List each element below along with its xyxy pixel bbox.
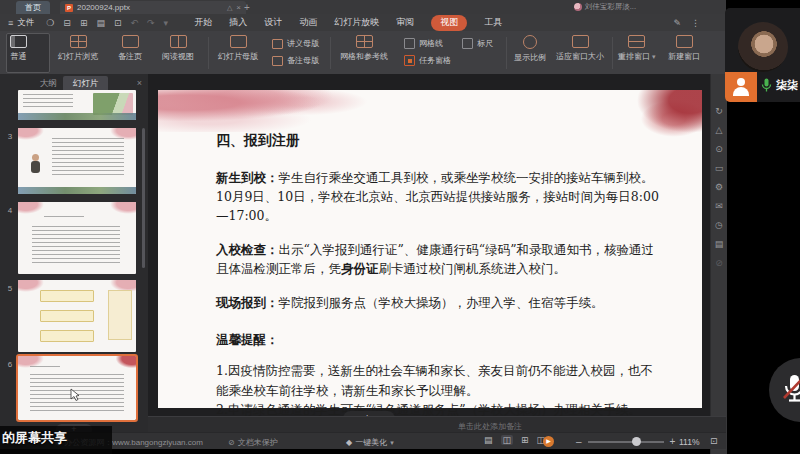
outline-tab[interactable]: 大纲 (40, 78, 57, 90)
notes-master-button[interactable]: 备注母版 (272, 55, 319, 66)
slide-number: 4 (5, 206, 15, 215)
protect-text: 文档未保护 (238, 437, 278, 448)
slide-thumbnail-5[interactable] (18, 280, 136, 352)
fit-window-label: 适应窗口大小 (556, 51, 604, 62)
slide-thumbnail-6-selected[interactable] (18, 356, 136, 420)
slide-thumbnail-3[interactable] (18, 128, 136, 194)
open-folder-icon[interactable]: ❍ (46, 18, 54, 28)
qat-more-icon[interactable]: ▾ (164, 18, 169, 28)
document-tab[interactable]: P 20200924.pptx △ × (60, 1, 246, 14)
mic-muted-button[interactable] (769, 358, 800, 422)
normal-view-button[interactable]: 普通 (10, 35, 27, 62)
zoom-out-icon[interactable]: – (576, 436, 582, 447)
thumb-text-placeholder (52, 138, 124, 178)
beautify-button[interactable]: ◆ 一键美化 ▾ (346, 437, 394, 448)
titlebar: 首页 P 20200924.pptx △ × + 刘佳宝彩屏淡... (0, 0, 726, 14)
gridlines-checkbox[interactable]: 网格线 (404, 38, 443, 49)
participant-count-tile[interactable] (725, 72, 757, 102)
tab-home[interactable]: 开始 (194, 16, 212, 29)
sync-icon[interactable]: ↻ (715, 106, 723, 116)
save-icon[interactable]: ⊟ (63, 18, 71, 28)
slide-paragraph: 新生到校：学生自行乘坐交通工具到校，或乘坐学校统一安排的接站车辆到校。10月9日… (216, 168, 664, 226)
reminder-title: 温馨提醒： (216, 330, 664, 349)
edit-mode-icon[interactable]: ✎ (673, 18, 681, 28)
grid-guides-button[interactable]: 网格和参考线 (340, 35, 388, 62)
slide-thumbnail-4[interactable] (18, 202, 136, 274)
handout-master-button[interactable]: 讲义母版 (272, 38, 319, 49)
feedback-icon[interactable]: ✉ (715, 201, 723, 211)
slide-master-button[interactable]: 幻灯片母版 (218, 35, 258, 62)
tab-review[interactable]: 审阅 (396, 16, 414, 29)
upload-icon[interactable]: △ (716, 125, 723, 135)
zoom-control: – + (576, 436, 675, 447)
tab-design[interactable]: 设计 (264, 16, 282, 29)
reminder-item: 1.因疫情防控需要，送新生的社会车辆和家长、亲友目前仍不能进入校园，也不能乘坐校… (216, 361, 664, 400)
slide-sorter-view-icon[interactable]: ⊞ (521, 435, 529, 445)
cloud-sync-icon[interactable]: △ (227, 4, 232, 12)
print-icon[interactable]: ▤ (96, 18, 105, 28)
fit-screen-icon[interactable]: ⊡ (710, 436, 718, 446)
right-toolbar: ↻ △ ⊙ ▭ ⚙ ✉ ◷ ▤ ⊘ (710, 74, 727, 454)
tab-view-active[interactable]: 视图 (431, 15, 467, 31)
paragraph-label: 新生到校： (216, 170, 279, 185)
tab-tools[interactable]: 工具 (484, 16, 502, 29)
card-icon[interactable]: ▭ (715, 163, 724, 173)
play-slideshow-button[interactable]: ▶ (543, 436, 554, 447)
sidebar-scrollbar[interactable] (142, 128, 145, 268)
notes-bar[interactable]: 单击此处添加备注 (148, 416, 726, 433)
print-preview-icon[interactable]: ⊡ (114, 18, 122, 28)
chevron-down-icon: ▾ (390, 439, 394, 447)
zoom-knob[interactable] (632, 437, 641, 446)
ppt-file-icon: P (65, 4, 73, 12)
zoom-button[interactable]: 显示比例 (514, 35, 546, 63)
reading-view-icon (170, 35, 187, 48)
account-name: 刘佳宝彩屏淡... (585, 2, 636, 12)
close-tab-icon[interactable]: × (236, 3, 241, 12)
new-window-button[interactable]: 新建窗口 (668, 35, 700, 62)
file-menu[interactable]: ≡ 文件 (8, 17, 34, 29)
new-tab-button[interactable]: + (244, 2, 250, 13)
tab-slideshow[interactable]: 幻灯片放映 (334, 16, 379, 29)
current-slide[interactable]: 四、报到注册 新生到校：学生自行乘坐交通工具到校，或乘坐学校统一安排的接站车辆到… (158, 90, 702, 408)
export-icon[interactable]: ⊞ (80, 18, 88, 28)
home-tab[interactable]: 首页 (16, 1, 50, 14)
zoom-track[interactable] (588, 441, 664, 443)
pink-corner-decoration (110, 202, 136, 214)
fit-window-button[interactable]: 适应窗口大小 (556, 35, 604, 62)
zoom-in-icon[interactable]: + (670, 436, 676, 447)
notes-toggle-icon[interactable]: ▤ (484, 435, 493, 445)
reading-view-button[interactable]: 阅读视图 (162, 35, 194, 62)
settings-icon[interactable]: ⚙ (715, 182, 723, 192)
notes-page-label: 备注页 (118, 51, 142, 62)
notes-page-button[interactable]: 备注页 (118, 35, 142, 62)
task-pane-checkbox[interactable]: 任务窗格 (404, 55, 451, 66)
tab-animation[interactable]: 动画 (299, 16, 317, 29)
redo-icon[interactable]: ↷ (147, 18, 155, 28)
ruler-checkbox[interactable]: 标尺 (462, 38, 493, 49)
help-icon[interactable]: ⊘ (715, 258, 723, 268)
video-call-overlay[interactable]: 柒柒 (725, 8, 800, 102)
handout-master-icon (272, 39, 283, 49)
slide-sorter-icon (70, 35, 87, 48)
checkbox-checked-icon (404, 55, 415, 66)
flowchart-box (40, 330, 94, 342)
history-icon[interactable]: ◷ (715, 220, 723, 230)
person-icon (733, 87, 749, 96)
normal-view-icon[interactable]: ◫ (501, 435, 514, 445)
panel-close-icon[interactable]: × (137, 78, 142, 88)
slide-number: 3 (5, 132, 15, 141)
slide-sorter-button[interactable]: 幻灯片浏览 (58, 35, 98, 62)
beautify-label: 一键美化 (355, 437, 387, 448)
paragraph-label: 入校检查： (216, 242, 279, 257)
more-menu-icon[interactable]: ⋮ (691, 18, 700, 28)
download-icon[interactable]: ⊙ (715, 144, 723, 154)
slide-thumbnail-partial[interactable] (18, 90, 136, 120)
fit-window-icon (572, 35, 589, 48)
tab-insert[interactable]: 插入 (229, 16, 247, 29)
image-icon[interactable]: ▤ (715, 239, 724, 249)
account-chip[interactable]: 刘佳宝彩屏淡... (574, 2, 636, 12)
arrange-windows-button[interactable]: 重排窗口 ▾ (618, 35, 655, 62)
document-protection[interactable]: ⊘ 文档未保护 (228, 437, 278, 448)
zoom-percent[interactable]: 111% (679, 437, 699, 447)
undo-icon[interactable]: ↶ (131, 18, 139, 28)
